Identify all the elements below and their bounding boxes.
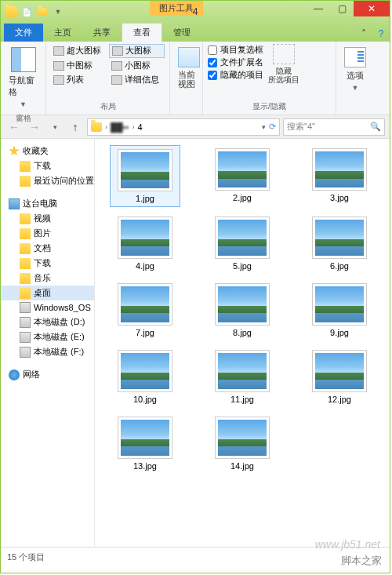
file-item[interactable]: 7.jpg xyxy=(110,280,180,340)
sidebar-favorites[interactable]: 收藏夹 xyxy=(1,144,94,158)
drive-icon xyxy=(20,347,31,358)
layout-large[interactable]: 大图标 xyxy=(109,44,165,58)
group-layout-label: 布局 xyxy=(51,100,165,112)
qat-dropdown-icon[interactable]: ▼ xyxy=(51,5,65,19)
address-bar: ← → ▾ ↑ › ██▪▪ › 4 ▾ ⟳ 搜索"4" 🔍 xyxy=(1,115,390,139)
drive-icon xyxy=(20,332,31,343)
tab-share[interactable]: 共享 xyxy=(82,24,122,42)
thumbnail-icon xyxy=(215,350,270,392)
hide-selected-button[interactable]: 隐藏 所选项目 xyxy=(268,44,299,84)
address-segment-blurred: ██▪▪ xyxy=(111,122,129,132)
file-item[interactable]: 6.jpg xyxy=(304,213,375,274)
minimize-button[interactable]: — xyxy=(307,1,330,16)
sidebar-downloads2[interactable]: 下载 xyxy=(1,256,94,271)
history-dropdown[interactable]: ▾ xyxy=(46,118,64,136)
file-item[interactable]: 5.jpg xyxy=(207,213,278,274)
file-item[interactable]: 14.jpg xyxy=(207,413,278,474)
app-icon[interactable] xyxy=(4,5,18,19)
sidebar-music[interactable]: 音乐 xyxy=(1,271,94,286)
tab-view[interactable]: 查看 xyxy=(122,23,162,42)
thumbnail-icon xyxy=(215,217,270,259)
ribbon-collapse-icon[interactable]: ˄ xyxy=(355,26,372,42)
folder-icon xyxy=(20,176,31,187)
drive-icon xyxy=(20,317,31,328)
address-input[interactable]: › ██▪▪ › 4 ▾ ⟳ xyxy=(87,118,280,136)
address-segment: 4 xyxy=(137,122,142,132)
file-item[interactable]: 11.jpg xyxy=(207,347,278,407)
file-name: 12.jpg xyxy=(328,395,351,404)
maximize-button[interactable]: ▢ xyxy=(330,1,354,16)
current-view-label: 当前 视图 xyxy=(178,70,195,89)
sidebar-pictures[interactable]: 图片 xyxy=(1,226,94,241)
close-button[interactable]: ✕ xyxy=(354,1,390,16)
sidebar-this-pc[interactable]: 这台电脑 xyxy=(1,196,94,211)
file-item[interactable]: 2.jpg xyxy=(207,145,278,207)
file-item[interactable]: 10.jpg xyxy=(110,347,180,407)
properties-icon[interactable]: 📄 xyxy=(20,5,34,19)
sidebar-drive-f[interactable]: 本地磁盘 (F:) xyxy=(1,344,94,359)
search-placeholder: 搜索"4" xyxy=(287,121,315,133)
title-bar[interactable]: 📄 ▼ 图片工具 4 — ▢ ✕ xyxy=(1,1,390,23)
sidebar-desktop[interactable]: 桌面 xyxy=(1,286,94,300)
tab-home[interactable]: 主页 xyxy=(43,24,82,42)
group-show-hide-label: 显示/隐藏 xyxy=(208,100,331,112)
hide-icon xyxy=(273,44,295,64)
up-button[interactable]: ↑ xyxy=(67,118,84,136)
layout-details[interactable]: 详细信息 xyxy=(109,74,165,86)
help-icon[interactable]: ? xyxy=(372,26,390,42)
tab-manage[interactable]: 管理 xyxy=(162,24,201,42)
watermark: www.jb51.net xyxy=(315,538,380,551)
search-input[interactable]: 搜索"4" 🔍 xyxy=(283,118,385,136)
layout-small[interactable]: 小图标 xyxy=(109,60,165,72)
file-grid[interactable]: 1.jpg2.jpg3.jpg4.jpg5.jpg6.jpg7.jpg8.jpg… xyxy=(95,139,390,547)
file-item[interactable]: 1.jpg xyxy=(110,145,180,207)
checkbox-item-checkboxes[interactable]: 项目复选框 xyxy=(208,44,263,56)
thumbnail-icon xyxy=(312,283,367,326)
sidebar-drive-d[interactable]: 本地磁盘 (D:) xyxy=(1,315,94,329)
file-item[interactable]: 12.jpg xyxy=(304,347,375,407)
layout-medium[interactable]: 中图标 xyxy=(51,60,107,72)
back-button[interactable]: ← xyxy=(5,118,23,136)
layout-xl[interactable]: 超大图标 xyxy=(51,44,107,58)
sidebar-network[interactable]: 网络 xyxy=(1,367,94,382)
file-name: 14.jpg xyxy=(230,461,254,471)
file-item[interactable]: 4.jpg xyxy=(110,213,180,274)
address-dropdown-icon[interactable]: ▾ xyxy=(262,123,266,131)
nav-pane-button[interactable]: 导航窗格 ▼ xyxy=(5,44,41,111)
thumbnail-icon xyxy=(312,217,367,259)
thumbnail-icon xyxy=(118,217,172,259)
layout-gallery: 超大图标 大图标 中图标 小图标 列表 详细信息 xyxy=(51,44,165,86)
sidebar-drive-e[interactable]: 本地磁盘 (E:) xyxy=(1,329,94,344)
options-button[interactable]: 选项 ▼ xyxy=(341,44,369,95)
new-folder-icon[interactable] xyxy=(35,5,49,19)
file-item[interactable]: 3.jpg xyxy=(304,145,375,207)
thumbnail-icon xyxy=(118,149,172,191)
chevron-down-icon: ▼ xyxy=(20,100,27,108)
nav-pane-icon xyxy=(11,47,36,72)
folder-icon xyxy=(20,161,31,172)
checkbox-hidden-items[interactable]: 隐藏的项目 xyxy=(208,69,263,82)
sidebar-downloads[interactable]: 下载 xyxy=(1,158,94,173)
explorer-window: 📄 ▼ 图片工具 4 — ▢ ✕ 文件 主页 共享 查看 管理 ˄ ? 导航窗格… xyxy=(0,0,390,573)
file-name: 7.jpg xyxy=(136,328,154,337)
body: 收藏夹 下载 最近访问的位置 这台电脑 视频 图片 文档 下载 音乐 桌面 Wi… xyxy=(1,139,390,547)
sidebar-documents[interactable]: 文档 xyxy=(1,241,94,256)
pc-icon xyxy=(9,198,20,209)
refresh-icon[interactable]: ⟳ xyxy=(269,122,276,132)
file-item[interactable]: 8.jpg xyxy=(207,280,278,340)
file-item[interactable]: 9.jpg xyxy=(304,280,375,340)
checkbox-file-extensions[interactable]: 文件扩展名 xyxy=(208,56,263,69)
drive-icon xyxy=(20,302,31,313)
forward-button[interactable]: → xyxy=(26,118,43,136)
sidebar-os-drive[interactable]: Windows8_OS xyxy=(1,300,94,315)
watermark-footer: 脚本之家 xyxy=(341,554,382,568)
window-title: 4 xyxy=(193,6,198,17)
current-view-button[interactable]: 当前 视图 xyxy=(175,44,198,92)
sidebar-videos[interactable]: 视频 xyxy=(1,211,94,226)
file-item[interactable]: 13.jpg xyxy=(110,413,180,474)
layout-list[interactable]: 列表 xyxy=(51,74,107,86)
sidebar-recent[interactable]: 最近访问的位置 xyxy=(1,173,94,188)
file-name: 4.jpg xyxy=(136,261,154,271)
thumbnail-icon xyxy=(118,417,172,459)
tab-file[interactable]: 文件 xyxy=(4,24,43,42)
